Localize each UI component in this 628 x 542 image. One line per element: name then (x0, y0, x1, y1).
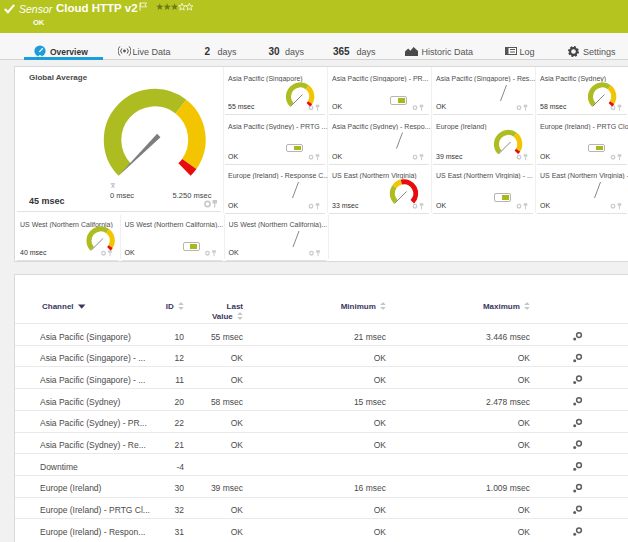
svg-text:x̅: x̅ (110, 181, 116, 190)
